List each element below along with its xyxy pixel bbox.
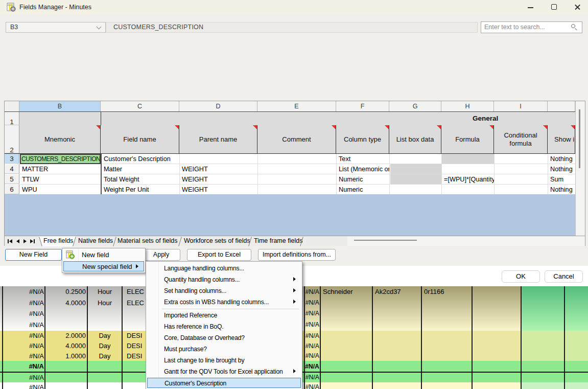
column-header-G[interactable]: G [389, 101, 441, 111]
tab-workforce-sets[interactable]: Workforce sets of fields [184, 236, 250, 246]
grid-corner-cell[interactable] [5, 101, 19, 111]
grid-cell[interactable]: Nothing [548, 185, 575, 195]
submenu-item-set-handling[interactable]: Set handling columns... [147, 285, 301, 296]
sheet-cell[interactable]: #N/A [3, 351, 44, 361]
sheet-cell[interactable]: #N/A [304, 308, 319, 319]
sheet-cell[interactable]: #N/A [304, 341, 319, 351]
sheet-cell[interactable]: #N/A [3, 319, 44, 331]
export-to-excel-button[interactable]: Export to Excel [187, 249, 251, 261]
selected-cell-mnemonic[interactable]: CUSTOMERS_DESCRIPTION [20, 154, 101, 164]
sheet-cell[interactable]: #N/A [3, 331, 44, 341]
sheet-cell[interactable]: 1.0000 [45, 351, 86, 361]
sheet-cell[interactable]: 0.2500 [45, 286, 86, 298]
sheet-cell[interactable]: #N/A [3, 308, 44, 319]
tab-nav-next-button[interactable] [21, 238, 29, 245]
header-cell-formula[interactable]: Formula [441, 125, 494, 153]
ok-button[interactable]: OK [502, 270, 540, 283]
search-input[interactable]: Enter text to search... [481, 21, 582, 33]
sheet-cell[interactable]: Hour [87, 286, 122, 298]
minimize-button[interactable] [522, 0, 539, 14]
sheet-cell[interactable]: #N/A [304, 286, 319, 298]
tab-nav-last-button[interactable] [29, 238, 36, 245]
tab-nav-prev-button[interactable] [14, 238, 21, 245]
sheet-cell[interactable]: #N/A [304, 382, 319, 389]
horizontal-scrollbar-thumb[interactable] [354, 240, 417, 241]
menu-item-new-special-field[interactable]: New special field [63, 261, 144, 271]
tab-material-sets[interactable]: Material sets of fields [117, 236, 177, 246]
sheet-cell[interactable]: 4.0000 [45, 298, 86, 308]
menu-item-new-field[interactable]: New field [63, 249, 144, 260]
sheet-cell-reference-b[interactable]: 0r1166 [424, 286, 471, 298]
column-header-F[interactable]: F [336, 101, 389, 111]
header-cell-comment[interactable]: Comment [257, 125, 336, 153]
close-button[interactable] [569, 0, 586, 14]
sheet-cell[interactable]: Day [87, 341, 122, 351]
chevron-down-icon[interactable] [97, 25, 102, 30]
sheet-cell[interactable]: #N/A [3, 373, 44, 382]
formula-bar-input[interactable]: CUSTOMERS_DESCRIPTION [106, 22, 478, 33]
vertical-scrollbar-thumb[interactable] [579, 109, 580, 168]
grid-cell[interactable]: =[WPU]*[Quantity [442, 174, 494, 185]
vertical-scrollbar[interactable] [575, 101, 585, 236]
submenu-item-imported-reference[interactable]: Imported Reference [147, 310, 301, 321]
grid-cell[interactable]: Nothing [548, 164, 575, 174]
header-cell-show-in[interactable]: Show i [548, 125, 575, 153]
column-header-D[interactable]: D [179, 101, 257, 111]
header-cell-mnemonic[interactable]: Mnemonic [19, 125, 101, 153]
grid-cell[interactable]: WPU [20, 185, 100, 195]
sheet-cell-supplier[interactable]: Schneider [323, 286, 371, 298]
grid-cell[interactable]: WEIGHT [180, 164, 256, 174]
row-header-1[interactable]: 1 [5, 112, 19, 125]
grid-cell[interactable]: Text [337, 154, 388, 164]
column-header-H[interactable]: H [441, 101, 494, 111]
row-header-5[interactable]: 5 [5, 174, 19, 184]
grid-cell[interactable]: Numeric [337, 185, 388, 195]
title-bar[interactable]: Fields Manager - Minutes [0, 0, 588, 14]
tab-free-fields-label[interactable]: Free fields [43, 236, 73, 246]
sheet-cell[interactable]: #N/A [3, 286, 44, 298]
cell-reference-combobox[interactable]: B3 [6, 22, 106, 33]
grid-cell[interactable]: Nothing [548, 154, 575, 164]
row-header-4[interactable]: 4 [5, 164, 19, 174]
submenu-item-gantt[interactable]: Gantt for the QDV Tools for Excel applic… [147, 366, 301, 377]
column-header-B[interactable]: B [19, 101, 101, 111]
column-header-C[interactable]: C [101, 101, 179, 111]
header-cell-parent-name[interactable]: Parent name [179, 125, 257, 153]
submenu-item-quantity[interactable]: Quantity handling columns... [147, 274, 301, 285]
sheet-cell[interactable]: #N/A [304, 331, 319, 341]
column-header-E[interactable]: E [257, 101, 336, 111]
sheet-cell[interactable]: #N/A [3, 361, 44, 372]
sheet-cell[interactable]: #N/A [304, 319, 319, 331]
sheet-cell[interactable]: #N/A [304, 298, 319, 308]
sheet-cell[interactable]: 4.0000 [45, 341, 86, 351]
grid-cell[interactable]: Weight Per Unit [102, 185, 178, 195]
grid-cell[interactable]: TTLW [20, 174, 100, 185]
tab-time-frame-fields[interactable]: Time frame fields [254, 236, 302, 246]
sheet-cell[interactable]: #N/A [304, 351, 319, 361]
grid-cell[interactable]: WEIGHT [180, 185, 256, 195]
tab-nav-first-button[interactable] [7, 238, 14, 245]
search-icon[interactable] [571, 24, 578, 31]
grid-cell[interactable]: MATTER [20, 164, 100, 174]
new-field-button[interactable]: New Field [5, 249, 62, 261]
sheet-cell[interactable]: #N/A [304, 373, 319, 382]
maximize-button[interactable] [545, 0, 562, 14]
submenu-item-customers-description[interactable]: Customer's Description [147, 378, 301, 388]
header-cell-conditional-formula[interactable]: Conditional formula [494, 125, 548, 153]
apply-button[interactable]: Apply [142, 249, 180, 261]
sheet-cell-reference-a[interactable]: Ak2cd37 [375, 286, 421, 298]
grid-cell[interactable]: Matter [102, 164, 178, 174]
sheet-cell[interactable]: Hour [87, 298, 122, 308]
submenu-item-extra-costs[interactable]: Extra costs in WBS handling columns... [147, 296, 301, 308]
grid-cell[interactable]: Total Weight [102, 174, 178, 185]
submenu-item-last-change[interactable]: Last change to line brought by [147, 355, 301, 366]
cancel-button[interactable]: Cancel [545, 270, 583, 283]
sheet-cell[interactable]: 2.0000 [45, 331, 86, 341]
header-cell-field-name[interactable]: Field name [101, 125, 179, 153]
grid-cell[interactable]: Customer's Description [102, 154, 178, 164]
column-header-J[interactable] [548, 101, 575, 111]
grid-cell[interactable]: Numeric [337, 174, 388, 185]
submenu-item-language[interactable]: Language handling columns... [147, 263, 301, 274]
sheet-cell[interactable]: Day [87, 331, 122, 341]
header-cell-column-type[interactable]: Column type [336, 125, 389, 153]
